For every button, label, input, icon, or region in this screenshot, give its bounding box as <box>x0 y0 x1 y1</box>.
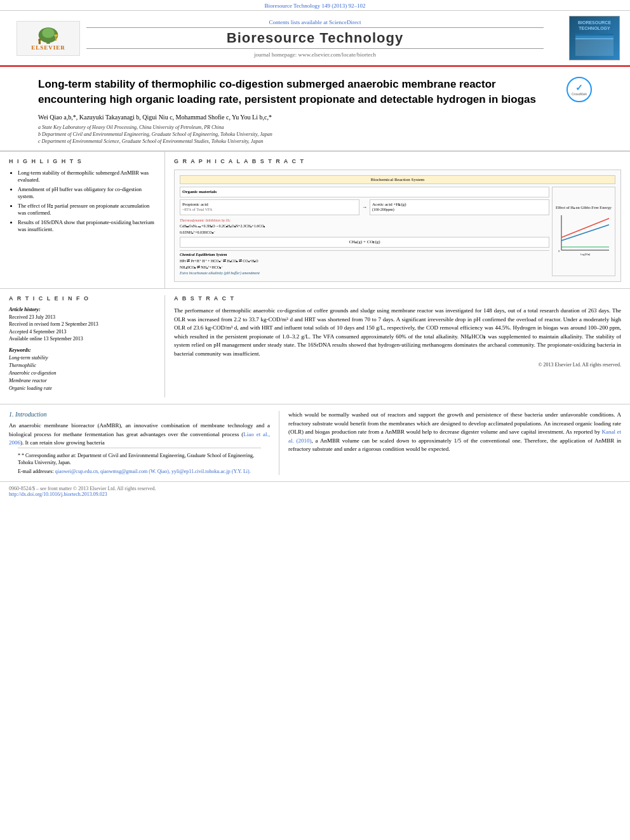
svg-text:log[H₂]: log[H₂] <box>580 253 591 256</box>
online-date: Available online 13 September 2013 <box>9 335 156 342</box>
ga-propionic-box: Propionic acid ~85% of Total VFA <box>180 199 359 215</box>
ga-thermodynamic: Thermodynamic Inhibition by H₂ <box>180 218 549 223</box>
kanal-reference[interactable]: Kanal et al. (2010) <box>288 429 621 444</box>
keywords-section: Keywords: Long-term stability Thermophil… <box>9 347 156 392</box>
journal-header: ELSEVIER Contents lists available at Sci… <box>0 11 630 67</box>
highlights-graphical-section: H I G H L I G H T S Long-term stability … <box>0 151 630 290</box>
abstract-text: The performance of thermophilic anaerobi… <box>174 307 621 358</box>
list-item: Organic loading rate <box>9 385 156 392</box>
keywords-label: Keywords: <box>9 347 156 353</box>
journal-cover-area: BIORESOURCE TECHNOLOGY <box>544 16 620 60</box>
journal-title: Bioresource Technology <box>86 30 544 46</box>
article-info-label: A R T I C L E I N F O <box>9 295 156 302</box>
footnote-section: * * Corresponding author at: Department … <box>18 448 261 476</box>
elsevier-logo: ELSEVIER <box>17 21 80 56</box>
highlights-column: H I G H L I G H T S Long-term stability … <box>0 152 165 289</box>
list-item: The effect of H₂ partial pressure on pro… <box>18 203 156 217</box>
article-info-column: A R T I C L E I N F O Article history: R… <box>0 295 165 397</box>
abstract-label: A B S T R A C T <box>174 295 621 302</box>
issn-line: 0960-8524/$ – see front matter © 2013 El… <box>9 486 621 491</box>
journal-cover-image: BIORESOURCE TECHNOLOGY <box>569 16 620 60</box>
abstract-column: A B S T R A C T The performance of therm… <box>165 295 630 397</box>
journal-reference: Bioresource Technology 149 (2013) 92–102 <box>0 0 630 11</box>
intro-title: 1. Introduction <box>9 411 270 418</box>
journal-title-area: Contents lists available at ScienceDirec… <box>86 19 544 58</box>
list-item: Amendment of pH buffer was obligatory fo… <box>18 186 156 200</box>
elsevier-logo-area: ELSEVIER <box>10 21 86 56</box>
history-label: Article history: <box>9 307 156 312</box>
accepted-date: Accepted 4 September 2013 <box>9 328 156 335</box>
svg-point-2 <box>42 28 55 37</box>
list-item: Long-term stability <box>9 354 156 362</box>
article-history: Article history: Received 23 July 2013 R… <box>9 307 156 342</box>
affiliation-b: b Department of Civil and Environmental … <box>38 131 553 137</box>
ga-formula2: 0.03NH₄⁺+0.03HCO₃⁻ <box>180 230 549 236</box>
intro-left-column: 1. Introduction An anaerobic membrane bi… <box>0 411 279 475</box>
corresponding-author-note: * * Corresponding author at: Department … <box>18 452 261 466</box>
keywords-list: Long-term stability Thermophilic Anaerob… <box>9 354 156 392</box>
article-title: Long-term stability of thermophilic co-d… <box>38 77 553 107</box>
ga-title: Biochemical Reaction System <box>180 175 615 184</box>
ga-acetic-box: Acetic acid +H₂(g) (100-200ppm) <box>370 199 549 215</box>
ga-chemical-system: Chemical Equilibrium System HPr ⇌ Pr+H⁺ … <box>180 250 549 276</box>
ga-products-box: CH₄(g) + CO₂(g) <box>180 237 549 248</box>
affiliation-a: a State Key Laboratory of Heavy Oil Proc… <box>38 124 553 130</box>
ga-content: Organic materials Propionic acid ~85% of… <box>180 187 615 277</box>
intro-right-column: which would be normally washed out of re… <box>279 411 630 475</box>
list-item: Membrane reactor <box>9 377 156 385</box>
email-note: E-mail addresses: qiaowei@cup.edu.cn, qi… <box>18 468 261 475</box>
list-item: Anaerobic co-digestion <box>9 370 156 377</box>
svg-line-10 <box>561 218 609 237</box>
svg-text:0: 0 <box>558 250 560 253</box>
revised-date: Received in revised form 2 September 201… <box>9 321 156 328</box>
introduction-section: 1. Introduction An anaerobic membrane bi… <box>0 404 630 481</box>
ga-left-panel: Organic materials Propionic acid ~85% of… <box>180 187 549 277</box>
bottom-bar: 0960-8524/$ – see front matter © 2013 El… <box>0 481 630 501</box>
intro-left-text: An anaerobic membrane bioreactor (AnMBR)… <box>9 422 270 448</box>
email-links[interactable]: qiaowei@cup.edu.cn, qiaowmsg@gmail.com (… <box>55 469 251 474</box>
ga-arrow-1: → <box>362 204 367 211</box>
received-date: Received 23 July 2013 <box>9 314 156 321</box>
list-item: Results of 16SrDNA show that propionate-… <box>18 219 156 233</box>
highlights-label: H I G H L I G H T S <box>9 158 156 164</box>
article-info-abstract-section: A R T I C L E I N F O Article history: R… <box>0 289 630 404</box>
intro-right-text: which would be normally washed out of re… <box>288 411 621 454</box>
list-item: Thermophilic <box>9 362 156 370</box>
article-title-section: Long-term stability of thermophilic co-d… <box>0 67 630 151</box>
svg-line-12 <box>561 225 609 241</box>
graphical-abstract-column: G R A P H I C A L A B S T R A C T Bioche… <box>165 152 630 289</box>
authors-line: Wei Qiao a,b,*, Kazuyuki Takayanagi b, Q… <box>38 114 553 121</box>
list-item: Long-term stability of thermophilic subm… <box>18 170 156 183</box>
svg-rect-5 <box>55 36 57 41</box>
svg-rect-4 <box>39 41 41 44</box>
crossmark-badge: ✓ CrossMark <box>566 77 592 102</box>
graphical-abstract-box: Biochemical Reaction System Organic mate… <box>174 170 621 283</box>
affiliation-c: c Department of Environmental Science, G… <box>38 138 553 144</box>
ga-organic-box: Organic materials <box>180 187 549 197</box>
svg-point-3 <box>38 39 41 41</box>
graphical-abstract-label: G R A P H I C A L A B S T R A C T <box>174 158 621 164</box>
ga-right-panel: Effect of H₂ on Gibbs Free Energy 0 log[… <box>552 187 615 277</box>
highlights-list: Long-term stability of thermophilic subm… <box>9 170 156 233</box>
doi-link[interactable]: http://dx.doi.org/10.1016/j.biortech.201… <box>9 491 621 497</box>
science-direct-note: Contents lists available at ScienceDirec… <box>86 19 544 25</box>
copyright-line: © 2013 Elsevier Ltd. All rights reserved… <box>174 362 621 368</box>
journal-homepage: journal homepage: www.elsevier.com/locat… <box>86 51 544 58</box>
ga-formula1: C₆H₁₂O₆N₀.₁₄ +0.3H₂O→0.2C₃H₄O₂N+2.3CH₄+1… <box>180 224 549 229</box>
elsevier-wordmark: ELSEVIER <box>31 44 65 51</box>
liao-reference[interactable]: Liao et al., 2006 <box>9 431 270 446</box>
